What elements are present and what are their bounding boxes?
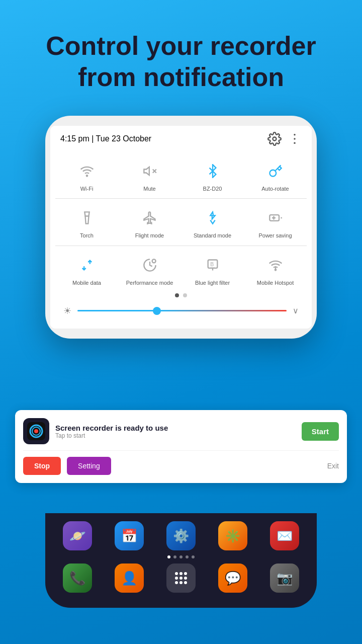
dock-icon-contacts: 👤 [115,564,144,593]
header-section: Control your recorder from notification [0,0,362,103]
home-dot-2 [173,555,176,558]
quick-settings-row2: Torch Flight mode [55,201,307,243]
more-options-icon[interactable] [288,132,302,146]
app-icon-calendar: 📅 [115,521,144,550]
qs-bluelightfilter-label: Blue light filter [195,279,230,286]
svg-point-23 [175,572,178,575]
notification-divider [23,450,339,451]
dock-icon-messages: 💬 [218,564,247,593]
qs-bluetooth[interactable]: BZ-D20 [181,154,244,196]
date: Tue 23 October [96,134,152,143]
setting-button[interactable]: Setting [67,457,111,475]
brightness-thumb[interactable] [153,307,161,315]
recorder-app-icon [27,422,45,440]
app-calendar[interactable]: 📅 [106,521,152,550]
dock-messages[interactable]: 💬 [210,564,256,593]
svg-point-3 [294,142,296,144]
phone-mockup: 4:15 pm | Tue 23 October [45,116,317,339]
qs-torch-label: Torch [80,232,94,239]
svg-point-25 [184,572,187,575]
brightness-expand-icon[interactable]: ∨ [293,306,299,315]
home-dot-4 [186,555,189,558]
notification-title: Screen recorder is ready to use [55,424,296,432]
dock-icon-drawer [166,564,196,593]
qs-performancemode-label: Performance mode [126,279,173,286]
app-icon-mail: ✉️ [270,521,299,550]
qs-mobiledata[interactable]: Mobile data [55,248,118,290]
dock-contacts[interactable]: 👤 [106,564,152,593]
dock: 📞 👤 💬 [50,564,312,593]
svg-point-28 [184,577,187,580]
settings-icon[interactable] [267,132,282,146]
svg-point-30 [179,581,183,584]
stop-button[interactable]: Stop [23,457,61,475]
torch-icon [76,207,98,229]
page-dot-2 [183,293,187,297]
qs-bluetooth-label: BZ-D20 [203,185,222,192]
header-title: Control your recorder from notification [0,30,362,93]
qs-torch[interactable]: Torch [55,201,118,243]
dock-drawer[interactable] [158,564,204,593]
app-planet[interactable]: 🪐 [54,521,100,550]
qs-mobilehotspot-label: Mobile Hotspot [257,279,294,286]
quick-settings-panel: Wi-Fi Mute [50,150,312,329]
app-settings[interactable]: ⚙️ [158,521,204,550]
bluelight-icon: B [202,254,224,276]
svg-point-31 [184,581,187,584]
notification-actions: Stop Setting Exit [23,457,339,475]
app-icon-settings: ⚙️ [166,521,196,550]
dock-icon-camera: 📷 [270,564,299,593]
qs-mobilehotspot[interactable]: Mobile Hotspot [244,248,307,290]
home-dot-5 [192,555,195,558]
exit-button[interactable]: Exit [327,462,339,470]
svg-point-26 [175,577,178,580]
qs-wifi[interactable]: Wi-Fi [55,154,118,196]
app-mail[interactable]: ✉️ [262,521,308,550]
qs-bluelightfilter[interactable]: B Blue light filter [181,248,244,290]
notification-top: Screen recorder is ready to use Tap to s… [23,418,339,444]
qs-powersaving[interactable]: Power saving [244,201,307,243]
qs-flightmode[interactable]: Flight mode [118,201,181,243]
svg-point-0 [273,137,277,141]
svg-point-1 [294,134,296,136]
quick-settings-row1: Wi-Fi Mute [55,154,307,196]
notification-card: Screen recorder is ready to use Tap to s… [15,410,347,483]
qs-wifi-label: Wi-Fi [80,185,94,192]
dock-phone[interactable]: 📞 [54,564,100,593]
status-icons [267,132,302,146]
hotspot-icon [264,254,287,276]
airplane-icon [139,207,161,229]
svg-point-29 [175,581,178,584]
nfc-icon [202,207,224,229]
qs-autorotate[interactable]: Auto-rotate [244,154,307,196]
svg-point-4 [86,175,87,176]
app-icon [23,418,49,444]
qs-mute[interactable]: Mute [118,154,181,196]
start-button[interactable]: Start [302,422,339,441]
page-indicator [55,290,307,301]
home-dot-1 [167,555,170,558]
svg-point-2 [294,138,296,140]
qs-flightmode-label: Flight mode [135,232,164,239]
dock-icon-phone: 📞 [63,564,92,593]
time: 4:15 pm [60,134,89,143]
status-time-date: 4:15 pm | Tue 23 October [60,134,151,143]
qs-autorotate-label: Auto-rotate [261,185,289,192]
qs-divider1 [55,198,307,199]
svg-point-27 [179,577,183,580]
notification-subtitle: Tap to start [55,432,296,439]
app-star[interactable]: ✳️ [210,521,256,550]
qs-performancemode[interactable]: Performance mode [118,248,181,290]
app-icon-star: ✳️ [218,521,247,550]
brightness-control[interactable]: ☀ ∨ [55,301,307,320]
qs-standardmode-label: Standard mode [194,232,231,239]
qs-standardmode[interactable]: Standard mode [181,201,244,243]
header-line2: from notification [78,62,284,92]
notification-text: Screen recorder is ready to use Tap to s… [55,424,296,439]
quick-settings-row3: Mobile data Performance mode [55,248,307,290]
mobiledata-icon [76,254,98,276]
home-dot-3 [179,555,183,558]
dock-camera[interactable]: 📷 [262,564,308,593]
brightness-track[interactable] [77,310,287,311]
bluetooth-icon [202,160,224,182]
